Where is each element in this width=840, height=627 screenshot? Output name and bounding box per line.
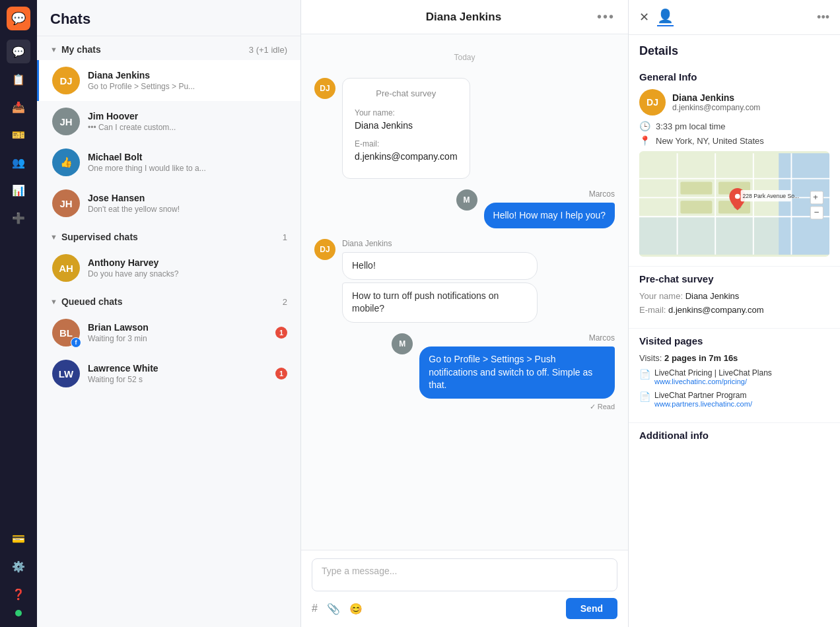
chat-item-anthony[interactable]: AH Anthony Harvey Do you have any snacks…	[37, 248, 300, 288]
page-doc-icon-2: 📄	[639, 391, 650, 402]
message-survey: DJ Pre-chat survey Your name: Diana Jenk…	[314, 78, 615, 179]
chat-item-brian[interactable]: BL f Brian Lawson Waiting for 3 min 1	[37, 312, 300, 353]
nav-inbox[interactable]: 📥	[7, 95, 30, 119]
avatar-brian: BL f	[52, 319, 80, 346]
more-options-button[interactable]: •••	[597, 9, 615, 24]
user-info-row: DJ Diana Jenkins d.jenkins@company.com	[639, 89, 829, 116]
page-link-1: 📄 LiveChat Pricing | LiveChat Plans www.…	[639, 368, 829, 385]
logo-icon: 💬	[11, 11, 26, 26]
page-title-2: LiveChat Partner Program	[654, 391, 752, 400]
chat-info-anthony: Anthony Harvey Do you have any snacks?	[88, 257, 287, 279]
page-title-1: LiveChat Pricing | LiveChat Plans	[654, 368, 772, 378]
right-panel-user-name: Diana Jenkins	[672, 92, 760, 103]
nav-chats[interactable]: 💬	[7, 40, 30, 63]
page-url-2[interactable]: www.partners.livechatinc.com/	[654, 400, 752, 408]
badge-brian: 1	[275, 327, 287, 339]
chat-info-jim: Jim Hoover ••• Can I create custom...	[88, 111, 287, 132]
emoji-icon[interactable]: 😊	[349, 603, 363, 615]
nav-settings[interactable]: ⚙️	[7, 554, 30, 578]
chat-item-jim[interactable]: JH Jim Hoover ••• Can I create custom...	[37, 101, 300, 142]
chat-name-anthony: Anthony Harvey	[88, 257, 287, 268]
chat-info-jose: Jose Hansen Don't eat the yellow snow!	[88, 193, 287, 214]
nav-reports[interactable]: 📋	[7, 67, 30, 91]
sender-marcos-1: Marcos	[484, 189, 615, 199]
avatar-michael: 👍	[52, 148, 80, 176]
supervised-chats-chevron: ▼	[50, 233, 57, 241]
send-button[interactable]: Send	[566, 598, 617, 619]
visits-label: Visits:	[639, 353, 662, 363]
chat-preview-lawrence: Waiting for 52 s	[88, 375, 267, 384]
nav-billing[interactable]: 💳	[7, 527, 30, 550]
my-chats-count: 3 (+1 idle)	[249, 45, 287, 55]
hashtag-icon[interactable]: #	[312, 603, 318, 614]
avatar-msg-diana: DJ	[314, 78, 335, 99]
msg-content-diana: Diana Jenkins Hello! How to turn off pus…	[342, 239, 538, 323]
right-panel-user-email: d.jenkins@company.com	[672, 103, 760, 112]
nav-tickets[interactable]: 🎫	[7, 123, 30, 147]
survey-name-field: Your name: Diana Jenkins	[355, 106, 458, 132]
attachment-icon[interactable]: 📎	[327, 603, 340, 615]
chat-info-diana: Diana Jenkins Go to Profile > Settings >…	[88, 70, 287, 91]
queued-chats-count: 2	[283, 297, 287, 307]
chat-preview-anthony: Do you have any snacks?	[88, 269, 287, 279]
chat-item-jose[interactable]: JH Jose Hansen Don't eat the yellow snow…	[37, 183, 300, 224]
clock-icon: 🕒	[639, 121, 650, 131]
nav-customers[interactable]: 👥	[7, 150, 30, 174]
nav-help[interactable]: ❓	[7, 582, 30, 606]
avatar-lawrence: LW	[52, 360, 80, 387]
prechat-survey-title: Pre-chat survey	[639, 273, 829, 284]
icon-nav: 💬 💬 📋 📥 🎫 👥 📊 ➕ 💳 ⚙️ ❓	[0, 0, 37, 627]
avatar-anthony: AH	[52, 254, 80, 282]
chat-item-michael[interactable]: 👍 Michael Bolt One more thing I would li…	[37, 142, 300, 183]
queued-chats-section-header[interactable]: ▼ Queued chats 2	[37, 288, 300, 312]
location-row: 📍 New York, NY, United States	[639, 135, 829, 146]
typing-dots: •••	[88, 123, 96, 132]
page-link-2: 📄 LiveChat Partner Program www.partners.…	[639, 391, 829, 408]
chat-info-lawrence: Lawrence White Waiting for 52 s	[88, 363, 267, 384]
messenger-badge-icon: f	[71, 337, 81, 348]
nav-analytics[interactable]: 📊	[7, 178, 30, 202]
supervised-chats-section-header[interactable]: ▼ Supervised chats 1	[37, 224, 300, 248]
svg-rect-2	[639, 216, 829, 255]
my-chats-section-header[interactable]: ▼ My chats 3 (+1 idle)	[37, 36, 300, 60]
read-receipt: ✓ Read	[419, 403, 615, 411]
date-divider: Today	[314, 53, 615, 62]
chat-preview-diana: Go to Profile > Settings > Pu...	[88, 82, 287, 91]
chat-preview-jim: ••• Can I create custom...	[88, 123, 287, 132]
chat-preview-michael: One more thing I would like to a...	[88, 164, 287, 173]
page-url-1[interactable]: www.livechatinc.com/pricing/	[654, 378, 772, 385]
local-time-row: 🕒 3:33 pm local time	[639, 121, 829, 131]
nav-add[interactable]: ➕	[7, 206, 30, 230]
page-title: Chats	[37, 0, 300, 36]
survey-name-value: Diana Jenkins	[355, 119, 458, 133]
bubble-answer-outgoing: Go to Profile > Settings > Push notifica…	[419, 346, 615, 399]
chat-name-lawrence: Lawrence White	[88, 363, 267, 374]
chat-preview-brian: Waiting for 3 min	[88, 334, 267, 343]
additional-info-section: Additional info	[629, 423, 840, 457]
avatar-marcos-1: M	[456, 189, 477, 211]
chat-item-diana[interactable]: DJ Diana Jenkins Go to Profile > Setting…	[37, 60, 300, 101]
bubble-hello-outgoing: Hello! How may I help you?	[484, 203, 615, 229]
message-input-area: Type a message... # 📎 😊 Send	[301, 550, 628, 627]
page-link-content-2: LiveChat Partner Program www.partners.li…	[654, 391, 752, 408]
chat-title: Diana Jenkins	[330, 11, 597, 24]
visited-pages-title: Visited pages	[639, 335, 829, 346]
user-profile-icon[interactable]: 👤	[657, 8, 674, 26]
visits-summary: Visits: 2 pages in 7m 16s	[639, 353, 829, 363]
message-answer-outgoing: Marcos Go to Profile > Settings > Push n…	[314, 333, 615, 411]
chat-name-jose: Jose Hansen	[88, 193, 287, 203]
panel-more-options[interactable]: •••	[817, 11, 829, 24]
survey-email-label: E-mail:	[355, 139, 379, 148]
supervised-chats-count: 1	[283, 232, 287, 242]
svg-text:−: −	[814, 207, 820, 217]
survey-name-label: Your name:	[355, 108, 395, 117]
survey-email-value: d.jenkins@company.com	[355, 150, 458, 164]
close-button[interactable]: ✕	[639, 10, 649, 24]
map-preview: 228 Park Avenue So... + −	[639, 151, 829, 257]
chat-main: Diana Jenkins ••• Today DJ Pre-chat surv…	[301, 0, 629, 627]
general-info-title: General Info	[639, 71, 829, 82]
chat-header: Diana Jenkins •••	[301, 0, 628, 34]
message-input[interactable]: Type a message...	[312, 558, 617, 591]
queued-chats-label: Queued chats	[61, 296, 279, 307]
chat-item-lawrence[interactable]: LW Lawrence White Waiting for 52 s 1	[37, 353, 300, 394]
